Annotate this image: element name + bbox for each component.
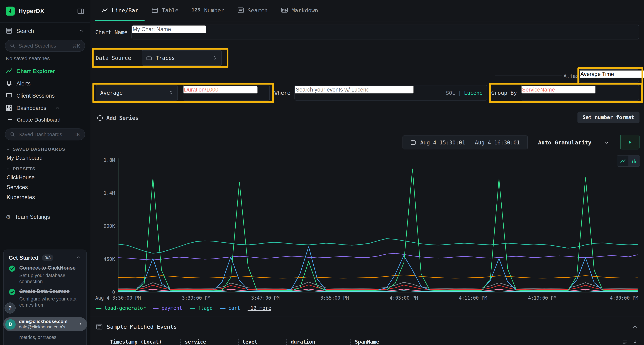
download-icon[interactable] [632,339,638,345]
sidebar-item-chart-explorer[interactable]: Chart Explorer [0,65,90,77]
sidebar-item-kubernetes[interactable]: Kubernetes [0,192,90,202]
svg-text:450K: 450K [104,256,115,262]
plus-circle-icon [97,115,103,121]
legend-item[interactable]: cart [220,305,240,311]
data-source-select[interactable]: Traces [142,50,222,66]
aggregation-select[interactable]: Average [96,85,178,100]
data-source-label: Data Source [96,50,131,66]
divider [90,316,644,317]
search-section-header[interactable]: Search [0,25,90,36]
add-series-button[interactable]: Add Series [97,112,139,123]
presets-group-header[interactable]: PRESETS [0,162,90,172]
field-expression-wrap [183,85,270,100]
logo-row[interactable]: HyperDX [0,6,90,19]
main-content: Line/Bar Table 123 Number Search Markdow… [90,0,644,345]
saved-searches-input[interactable]: Saved Searches ⌘K [5,40,85,52]
check-circle-icon [8,265,16,285]
lucene-toggle[interactable]: Lucene [464,90,483,96]
avatar: D [5,319,16,329]
chevron-up-icon[interactable] [54,105,60,111]
column-resize-handle[interactable] [180,339,181,345]
sidebar-item-clickhouse[interactable]: ClickHouse [0,172,90,182]
where-field-wrap: SQL | Lucene [294,85,487,100]
hyperdx-app: HyperDX Search Saved Searches ⌘K No save [0,0,644,345]
where-input[interactable] [295,86,414,94]
legend-item[interactable]: load-generator [96,305,146,311]
calendar-icon [410,140,416,145]
column-header-level[interactable]: level [242,339,283,345]
column-resize-handle[interactable] [350,339,351,345]
get-started-partial-text: metrics, or traces [19,335,56,340]
set-number-format-button[interactable]: Set number format [578,111,640,123]
tab-number[interactable]: 123 Number [186,0,230,21]
svg-text:4:19:00 PM: 4:19:00 PM [528,295,556,301]
chevron-up-icon[interactable] [76,255,81,261]
granularity-select[interactable]: Auto Granularity [535,135,613,149]
sidebar-item-my-dashboard[interactable]: My Dashboard [0,153,90,162]
line-chart-icon [102,7,108,13]
alias-field-wrap [579,69,639,82]
tab-markdown[interactable]: Markdown [274,0,324,21]
tab-line-bar[interactable]: Line/Bar [95,0,145,21]
sidebar-item-alerts[interactable]: Alerts [0,77,90,89]
group-by-field-wrap [521,85,639,100]
search-icon [10,43,15,48]
select-updown-icon [168,90,173,95]
user-email: dale@clickhouse.com [19,319,75,324]
aggregation-value: Average [100,90,164,96]
search-icon [10,132,15,137]
saved-dashboards-group-header[interactable]: SAVED DASHBOARDS [0,143,90,153]
sidebar-item-client-sessions[interactable]: Client Sessions [0,89,90,102]
user-menu[interactable]: D dale@clickhouse.com dale@clickhouse.co… [3,317,87,331]
hyperdx-logo-icon [6,6,15,16]
user-email-sub: dale@clickhouse.com's [19,324,75,330]
create-dashboard-button[interactable]: Create Dashboard [0,114,90,125]
tab-search[interactable]: Search [231,0,274,21]
saved-dashboards-input[interactable]: Saved Dashboards ⌘K [5,128,85,140]
divider [0,22,90,22]
timeseries-chart[interactable]: 0450K900K1.4M1.8MAug 4 3:30:00 PM3:39:00… [94,156,639,303]
chevron-right-icon [78,322,83,327]
column-resize-handle[interactable] [238,339,239,345]
chevron-up-icon[interactable] [632,324,638,330]
rows-icon[interactable] [622,339,628,345]
column-header-timestamp[interactable]: Timestamp (Local) [110,339,176,345]
svg-text:4:11:00 PM: 4:11:00 PM [459,295,487,301]
bell-icon [6,80,12,87]
chevron-down-icon [6,166,10,171]
help-button[interactable]: ? [4,303,16,314]
sidebar-item-services[interactable]: Services [0,182,90,192]
field-expression-input[interactable] [183,86,258,94]
legend-item[interactable]: payment [153,305,182,311]
column-header-spanname[interactable]: SpanName [355,339,622,345]
get-started-item[interactable]: Connect to ClickHouse Set up your databa… [8,265,81,285]
tab-table[interactable]: Table [146,0,185,21]
sql-toggle[interactable]: SQL [446,90,455,96]
alias-input[interactable] [580,70,644,78]
legend-more-link[interactable]: +12 more [248,305,271,311]
legend-item[interactable]: flagd [190,305,213,311]
svg-text:3:55:00 PM: 3:55:00 PM [320,295,349,301]
svg-text:4:30:00 PM: 4:30:00 PM [610,295,638,301]
sidebar-item-dashboards[interactable]: Dashboards [0,102,90,114]
time-range-picker[interactable]: Aug 4 15:30:01 - Aug 4 16:30:01 [402,135,528,149]
play-icon [627,139,633,145]
svg-text:3:39:00 PM: 3:39:00 PM [182,295,210,301]
chart-name-input[interactable] [132,25,206,33]
column-header-duration[interactable]: duration [291,339,346,345]
group-by-label: Group By [491,85,517,100]
chevron-down-icon [6,147,10,151]
briefcase-icon [146,55,152,61]
alias-connector-line [495,75,562,76]
get-started-item[interactable]: Create Data Sources Configure where your… [8,289,81,309]
saved-dashboards-placeholder: Saved Dashboards [18,132,62,137]
sidebar-item-team-settings[interactable]: ⚙ Team Settings [0,211,90,222]
sidebar-collapse-icon[interactable] [77,7,84,14]
chevron-up-icon[interactable] [78,28,84,34]
run-query-button[interactable] [620,135,640,149]
chart-legend: load-generator payment flagd cart +12 mo… [96,305,271,311]
sample-events-header[interactable]: Sample Matched Events [96,321,638,332]
group-by-input[interactable] [521,86,596,94]
column-header-service[interactable]: service [185,339,234,345]
column-resize-handle[interactable] [286,339,287,345]
